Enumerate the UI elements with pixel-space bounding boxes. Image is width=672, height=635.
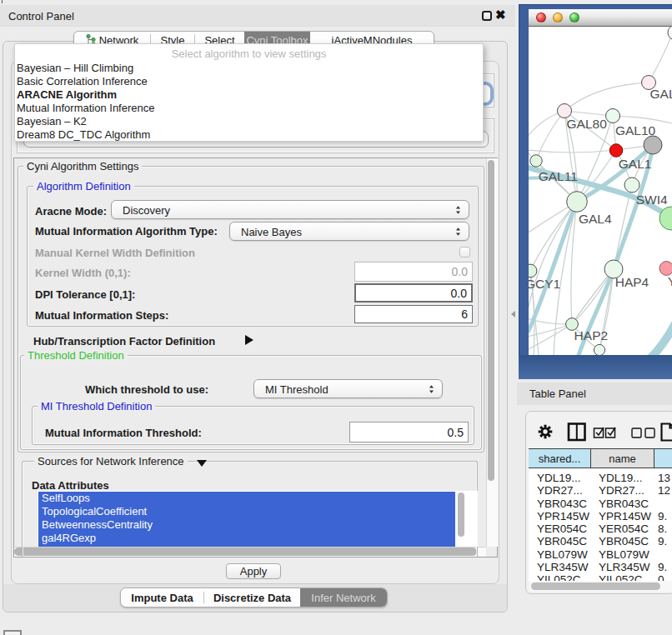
svg-text:GAL80: GAL80 (567, 117, 608, 131)
svg-text:GAL11: GAL11 (539, 169, 578, 183)
svg-text:HAP4: HAP4 (615, 275, 649, 289)
svg-text:Y: Y (668, 274, 672, 288)
svg-text:GAL10: GAL10 (615, 123, 656, 138)
svg-text:GCY1: GCY1 (529, 277, 560, 291)
svg-text:GAL4: GAL4 (579, 212, 612, 226)
svg-text:SWI4: SWI4 (636, 192, 668, 207)
svg-text:GAL7: GAL7 (650, 87, 672, 101)
svg-text:HAP2: HAP2 (574, 328, 609, 342)
svg-text:GAL1: GAL1 (619, 157, 652, 171)
